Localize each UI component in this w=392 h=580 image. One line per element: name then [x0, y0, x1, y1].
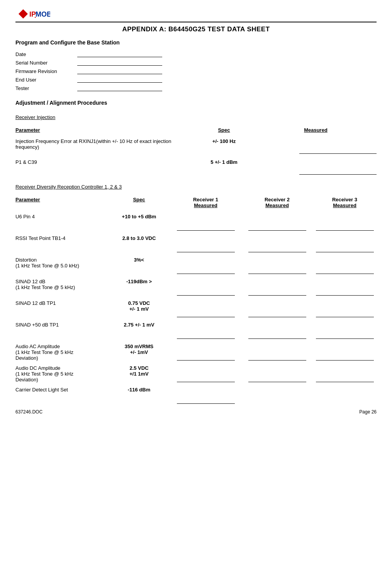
info-label-enduser: End User — [15, 77, 77, 83]
div-mline-r1-u6 — [177, 221, 235, 231]
div-header-r1: Receiver 1 Measured — [170, 197, 241, 208]
div-mline-r2-u6 — [248, 221, 306, 231]
div-mline-r1-carrier — [177, 395, 235, 404]
div-spec-sinad12: -119dBm > — [108, 277, 170, 284]
footer: 637246.DOC Page 26 — [15, 409, 377, 415]
div-r2-audio-ac — [241, 342, 313, 361]
ri-measured-1 — [255, 137, 377, 154]
info-row-enduser: End User — [15, 77, 377, 83]
receiver-injection-label: Receiver Injection — [15, 114, 377, 120]
diversity-label: Receiver Diversity Reception Controller … — [15, 184, 377, 190]
div-header-param-label: Parameter — [15, 197, 40, 202]
div-spec-carrier: -116 dBm — [108, 385, 170, 393]
div-row-carrier: Carrier Detect Light Set -116 dBm — [15, 385, 377, 405]
div-r2-sinad12 — [241, 277, 313, 296]
div-header-r3: Receiver 3 Measured — [313, 197, 377, 208]
div-param-rssi: RSSI Test Point TB1-4 — [15, 234, 108, 241]
div-mline-r2-distortion — [248, 265, 306, 274]
ri-param-1: Injection Frequency Error at RXINJ1(with… — [15, 137, 193, 150]
div-row-sinad50tp1: SINAD +50 dB TP1 2.75 +/- 1 mV — [15, 320, 377, 340]
div-mline-r2-audio-dc — [248, 373, 306, 382]
div-mline-r1-distortion — [177, 265, 235, 274]
div-r2-sinad12tp1 — [241, 299, 313, 317]
top-divider — [15, 22, 377, 22]
div-row-sinad12: SINAD 12 dB(1 kHz Test Tone @ 5 kHz) -11… — [15, 277, 377, 297]
div-param-carrier: Carrier Detect Light Set — [15, 385, 108, 393]
div-spec-sinad50tp1: 2.75 +/- 1 mV — [108, 320, 170, 328]
div-r3-sinad12tp1 — [313, 299, 377, 317]
div-row-audio-dc: Audio DC Amplitude(1 kHz Test Tone @ 5 k… — [15, 364, 377, 384]
div-r1-distortion — [170, 255, 241, 274]
div-spec-u6: +10 to +5 dBm — [108, 212, 170, 219]
ri-spec-1: +/- 100 Hz — [193, 137, 255, 144]
ri-row-2: P1 & C39 5 +/- 1 dBm — [15, 158, 377, 176]
page: IP MOBILENET . APPENDIX A: B64450G25 TES… — [0, 0, 392, 422]
div-row-distortion: Distortion(1 kHz Test Tone @ 5.0 kHz) 3%… — [15, 255, 377, 276]
diversity-section: Receiver Diversity Reception Controller … — [15, 184, 377, 405]
footer-page: Page 26 — [359, 409, 377, 415]
div-r3-audio-dc — [313, 364, 377, 382]
div-mline-r3-audio-dc — [316, 373, 374, 382]
div-r3-audio-ac — [313, 342, 377, 361]
div-r3-sinad12 — [313, 277, 377, 296]
div-mline-r2-sinad12tp1 — [248, 308, 306, 317]
div-r3-rssi — [313, 234, 377, 252]
div-r2-u6 — [241, 212, 313, 231]
ri-spec-2: 5 +/- 1 dBm — [193, 158, 255, 165]
program-heading: Program and Configure the Base Station — [15, 39, 377, 46]
div-r3-line2: Measured — [333, 202, 356, 208]
div-header-param: Parameter — [15, 197, 108, 208]
div-mline-r3-sinad50tp1 — [316, 330, 374, 339]
div-r1-carrier — [170, 385, 241, 404]
div-r3-distortion — [313, 255, 377, 274]
info-label-firmware: Firmware Revision — [15, 68, 77, 74]
div-r1-sinad12tp1 — [170, 299, 241, 317]
div-r1-line2: Measured — [194, 202, 217, 208]
ri-header-measured: Measured — [255, 127, 377, 133]
div-param-sinad12: SINAD 12 dB(1 kHz Test Tone @ 5 kHz) — [15, 277, 108, 290]
div-mline-r3-audio-ac — [316, 351, 374, 361]
div-spec-distortion: 3%< — [108, 255, 170, 263]
info-row-firmware: Firmware Revision — [15, 68, 377, 74]
ri-measure-line-2 — [299, 165, 377, 175]
div-mline-r1-sinad12tp1 — [177, 308, 235, 317]
div-mline-r3-distortion — [316, 265, 374, 274]
div-r2-sinad50tp1 — [241, 320, 313, 339]
div-r1-sinad12 — [170, 277, 241, 296]
svg-text:MOBILENET: MOBILENET — [36, 10, 50, 18]
div-mline-r3-u6 — [316, 221, 374, 231]
div-spec-audio-ac: 350 mVRMS+/- 1mV — [108, 342, 170, 355]
div-mline-r1-rssi — [177, 243, 235, 252]
div-r3-sinad50tp1 — [313, 320, 377, 339]
div-param-audio-dc: Audio DC Amplitude(1 kHz Test Tone @ 5 k… — [15, 364, 108, 383]
alignment-heading: Adjustment / Alignment Procedures — [15, 100, 377, 106]
div-mline-r1-audio-ac — [177, 351, 235, 361]
svg-marker-0 — [19, 9, 28, 19]
div-spec-rssi: 2.8 to 3.0 VDC — [108, 234, 170, 241]
div-param-audio-ac: Audio AC Amplitude(1 kHz Test Tone @ 5 k… — [15, 342, 108, 361]
logo-container: IP MOBILENET . — [15, 8, 377, 20]
div-param-sinad50tp1: SINAD +50 dB TP1 — [15, 320, 108, 328]
info-row-serial: Serial Number — [15, 60, 377, 66]
ri-table: Parameter Spec Measured Injection Freque… — [15, 127, 377, 176]
div-row-sinad12tp1: SINAD 12 dB TP1 0.75 VDC+/- 1 mV — [15, 299, 377, 319]
div-header-r2: Receiver 2 Measured — [241, 197, 313, 208]
info-line-serial — [77, 60, 162, 66]
div-row-u6: U6 Pin 4 +10 to +5 dBm — [15, 212, 377, 232]
div-mline-r1-sinad12 — [177, 286, 235, 296]
info-row-tester: Tester — [15, 85, 377, 91]
div-header-spec: Spec — [108, 197, 170, 208]
div-mline-r3-sinad12tp1 — [316, 308, 374, 317]
div-r2-distortion — [241, 255, 313, 274]
div-spec-audio-dc: 2.5 VDC+/1 1mV — [108, 364, 170, 377]
logo-icon: IP MOBILENET . — [15, 8, 50, 20]
ri-row-1: Injection Frequency Error at RXINJ1(with… — [15, 137, 377, 155]
div-r2-line2: Measured — [265, 202, 289, 208]
div-r3-line1: Receiver 3 — [332, 197, 357, 202]
div-param-distortion: Distortion(1 kHz Test Tone @ 5.0 kHz) — [15, 255, 108, 269]
info-label-date: Date — [15, 51, 77, 57]
div-row-rssi: RSSI Test Point TB1-4 2.8 to 3.0 VDC — [15, 234, 377, 254]
div-r2-rssi — [241, 234, 313, 252]
info-label-serial: Serial Number — [15, 60, 77, 66]
ri-header-row: Parameter Spec Measured — [15, 127, 377, 133]
